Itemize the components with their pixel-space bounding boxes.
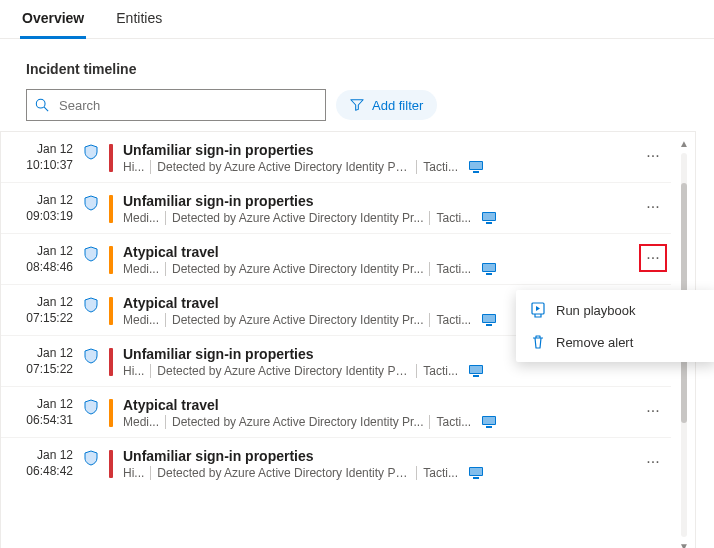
- more-actions-icon[interactable]: ···: [639, 397, 667, 425]
- svg-rect-9: [483, 264, 495, 271]
- shield-icon: [79, 295, 103, 313]
- alert-title[interactable]: Atypical travel: [123, 244, 639, 260]
- severity-bar: [109, 450, 113, 478]
- search-icon: [35, 98, 49, 112]
- timestamp: Jan 1209:03:19: [1, 193, 79, 224]
- shield-icon: [79, 244, 103, 262]
- svg-rect-15: [470, 366, 482, 373]
- monitor-icon: [477, 313, 497, 327]
- severity-bar: [109, 399, 113, 427]
- add-filter-button[interactable]: Add filter: [336, 90, 437, 120]
- time-label: 10:10:37: [1, 158, 73, 174]
- svg-rect-3: [470, 162, 482, 169]
- date-label: Jan 12: [37, 346, 73, 360]
- svg-rect-7: [486, 222, 492, 224]
- run-playbook-item[interactable]: Run playbook: [516, 294, 714, 326]
- tab-entities[interactable]: Entities: [114, 10, 164, 39]
- severity-label: Hi...: [123, 466, 144, 480]
- shield-icon: [79, 448, 103, 466]
- date-label: Jan 12: [37, 193, 73, 207]
- shield-icon: [79, 193, 103, 211]
- more-actions-icon[interactable]: ···: [639, 448, 667, 476]
- svg-rect-19: [486, 426, 492, 428]
- date-label: Jan 12: [37, 142, 73, 156]
- monitor-icon: [464, 160, 484, 174]
- timestamp: Jan 1206:54:31: [1, 397, 79, 428]
- time-label: 07:15:22: [1, 311, 73, 327]
- detected-by-label: Detected by Azure Active Directory Ident…: [165, 262, 423, 276]
- alert-context-menu: Run playbook Remove alert: [516, 290, 714, 362]
- more-actions-icon[interactable]: ···: [639, 193, 667, 221]
- date-label: Jan 12: [37, 448, 73, 462]
- detected-by-label: Detected by Azure Active Directory Ident…: [150, 364, 410, 378]
- timestamp: Jan 1210:10:37: [1, 142, 79, 173]
- alert-content: Unfamiliar sign-in propertiesHi...Detect…: [123, 142, 639, 174]
- trash-icon: [530, 334, 546, 350]
- alert-title[interactable]: Unfamiliar sign-in properties: [123, 193, 639, 209]
- svg-point-0: [36, 99, 45, 108]
- monitor-icon: [477, 211, 497, 225]
- run-playbook-label: Run playbook: [556, 303, 636, 318]
- page-title: Incident timeline: [0, 39, 714, 89]
- detected-by-label: Detected by Azure Active Directory Ident…: [150, 466, 410, 480]
- severity-bar: [109, 144, 113, 172]
- detected-by-label: Detected by Azure Active Directory Ident…: [165, 415, 423, 429]
- severity-label: Medi...: [123, 415, 159, 429]
- timestamp: Jan 1207:15:22: [1, 295, 79, 326]
- scroll-down-icon[interactable]: ▼: [679, 541, 689, 548]
- timestamp: Jan 1206:48:42: [1, 448, 79, 479]
- time-label: 09:03:19: [1, 209, 73, 225]
- time-label: 06:54:31: [1, 413, 73, 429]
- detected-by-label: Detected by Azure Active Directory Ident…: [150, 160, 410, 174]
- more-actions-icon[interactable]: ···: [639, 244, 667, 272]
- alert-title[interactable]: Unfamiliar sign-in properties: [123, 142, 639, 158]
- scroll-up-icon[interactable]: ▲: [679, 138, 689, 149]
- date-label: Jan 12: [37, 244, 73, 258]
- svg-rect-16: [473, 375, 479, 377]
- tab-bar: Overview Entities: [0, 0, 714, 39]
- shield-icon: [79, 346, 103, 364]
- alert-content: Unfamiliar sign-in propertiesMedi...Dete…: [123, 193, 639, 225]
- timeline-row[interactable]: Jan 1208:48:46Atypical travelMedi...Dete…: [1, 233, 671, 284]
- severity-label: Medi...: [123, 262, 159, 276]
- tab-overview[interactable]: Overview: [20, 10, 86, 39]
- alert-content: Unfamiliar sign-in propertiesHi...Detect…: [123, 448, 639, 480]
- severity-bar: [109, 348, 113, 376]
- detected-by-label: Detected by Azure Active Directory Ident…: [165, 313, 423, 327]
- more-actions-icon[interactable]: ···: [639, 142, 667, 170]
- severity-bar: [109, 195, 113, 223]
- alert-title[interactable]: Unfamiliar sign-in properties: [123, 448, 639, 464]
- tactics-label: Tacti...: [429, 211, 471, 225]
- tactics-label: Tacti...: [416, 364, 458, 378]
- timeline-row[interactable]: Jan 1210:10:37Unfamiliar sign-in propert…: [1, 132, 671, 182]
- add-filter-label: Add filter: [372, 98, 423, 113]
- svg-rect-4: [473, 171, 479, 173]
- time-label: 08:48:46: [1, 260, 73, 276]
- alert-title[interactable]: Atypical travel: [123, 397, 639, 413]
- svg-rect-13: [486, 324, 492, 326]
- severity-label: Medi...: [123, 313, 159, 327]
- search-box[interactable]: [26, 89, 326, 121]
- svg-rect-10: [486, 273, 492, 275]
- timeline-row[interactable]: Jan 1206:54:31Atypical travelMedi...Dete…: [1, 386, 671, 437]
- svg-line-1: [44, 107, 48, 111]
- svg-rect-21: [470, 468, 482, 475]
- timestamp: Jan 1208:48:46: [1, 244, 79, 275]
- timeline-row[interactable]: Jan 1209:03:19Unfamiliar sign-in propert…: [1, 182, 671, 233]
- playbook-icon: [530, 302, 546, 318]
- severity-label: Hi...: [123, 364, 144, 378]
- alert-content: Atypical travelMedi...Detected by Azure …: [123, 397, 639, 429]
- remove-alert-item[interactable]: Remove alert: [516, 326, 714, 358]
- shield-icon: [79, 397, 103, 415]
- severity-label: Hi...: [123, 160, 144, 174]
- monitor-icon: [464, 466, 484, 480]
- search-input[interactable]: [57, 97, 317, 114]
- timeline-row[interactable]: Jan 1206:48:42Unfamiliar sign-in propert…: [1, 437, 671, 488]
- svg-rect-12: [483, 315, 495, 322]
- tactics-label: Tacti...: [429, 262, 471, 276]
- date-label: Jan 12: [37, 397, 73, 411]
- filter-icon: [350, 98, 364, 112]
- tactics-label: Tacti...: [429, 313, 471, 327]
- time-label: 06:48:42: [1, 464, 73, 480]
- monitor-icon: [477, 415, 497, 429]
